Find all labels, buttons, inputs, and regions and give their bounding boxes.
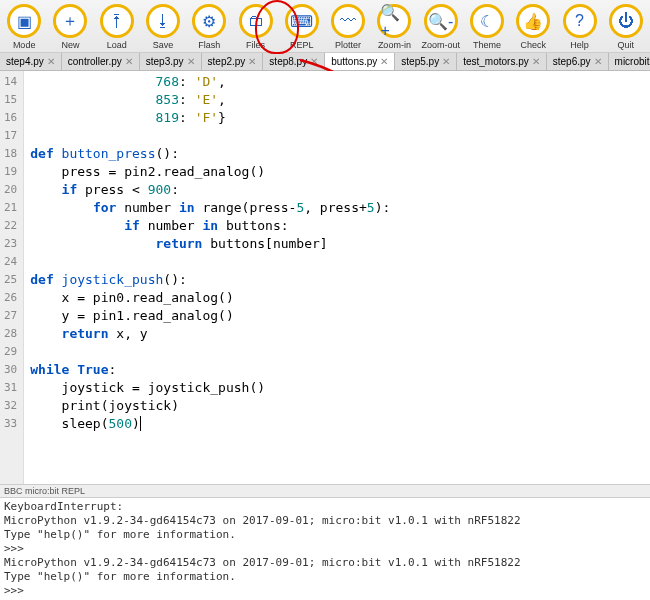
code-line-24[interactable] [30,253,390,271]
flash-icon: ⚙ [192,4,226,38]
tab-buttonspy[interactable]: buttons.py✕ [325,53,395,70]
close-icon[interactable]: ✕ [125,56,133,67]
code-line-28[interactable]: return x, y [30,325,390,343]
load-icon: ⭱ [100,4,134,38]
check-button[interactable]: 👍Check [511,4,555,50]
code-line-23[interactable]: return buttons[number] [30,235,390,253]
zoom-in-icon: 🔍+ [377,4,411,38]
save-icon: ⭳ [146,4,180,38]
files-label: Files [246,40,265,50]
code-line-20[interactable]: if press < 900: [30,181,390,199]
load-button[interactable]: ⭱Load [95,4,139,50]
zoom-out-icon: 🔍- [424,4,458,38]
tab-step3py[interactable]: step3.py✕ [140,53,202,70]
theme-icon: ☾ [470,4,504,38]
mode-label: Mode [13,40,36,50]
code-line-26[interactable]: x = pin0.read_analog() [30,289,390,307]
quit-label: Quit [618,40,635,50]
close-icon[interactable]: ✕ [532,56,540,67]
code-line-25[interactable]: def joystick_push(): [30,271,390,289]
tab-step5py[interactable]: step5.py✕ [395,53,457,70]
plotter-icon: 〰 [331,4,365,38]
tab-controllerpy[interactable]: controller.py✕ [62,53,140,70]
close-icon[interactable]: ✕ [380,56,388,67]
code-line-31[interactable]: joystick = joystick_push() [30,379,390,397]
repl-label: REPL [290,40,314,50]
check-icon: 👍 [516,4,550,38]
plotter-label: Plotter [335,40,361,50]
tab-test_motorspy[interactable]: test_motors.py✕ [457,53,547,70]
flash-button[interactable]: ⚙Flash [187,4,231,50]
tab-step2py[interactable]: step2.py✕ [202,53,264,70]
new-label: New [61,40,79,50]
code-line-18[interactable]: def button_press(): [30,145,390,163]
code-line-32[interactable]: print(joystick) [30,397,390,415]
files-button[interactable]: 🗀Files [233,4,277,50]
code-line-17[interactable] [30,127,390,145]
new-button[interactable]: ＋New [48,4,92,50]
zoom-out-button[interactable]: 🔍-Zoom-out [419,4,463,50]
tab-step4py[interactable]: step4.py✕ [0,53,62,70]
code-line-15[interactable]: 853: 'E', [30,91,390,109]
quit-button[interactable]: ⏻Quit [604,4,648,50]
repl-icon: ⌨ [285,4,319,38]
close-icon[interactable]: ✕ [594,56,602,67]
code-line-30[interactable]: while True: [30,361,390,379]
close-icon[interactable]: ✕ [442,56,450,67]
plotter-button[interactable]: 〰Plotter [326,4,370,50]
close-icon[interactable]: ✕ [248,56,256,67]
files-icon: 🗀 [239,4,273,38]
code-line-19[interactable]: press = pin2.read_analog() [30,163,390,181]
theme-label: Theme [473,40,501,50]
help-button[interactable]: ?Help [557,4,601,50]
tab-step8py[interactable]: step8.py✕ [263,53,325,70]
code-line-21[interactable]: for number in range(press-5, press+5): [30,199,390,217]
mode-button[interactable]: ▣Mode [2,4,46,50]
code-line-29[interactable] [30,343,390,361]
theme-button[interactable]: ☾Theme [465,4,509,50]
mode-icon: ▣ [7,4,41,38]
code-area[interactable]: 768: 'D', 853: 'E', 819: 'F'}def button_… [24,71,396,484]
code-line-14[interactable]: 768: 'D', [30,73,390,91]
save-button[interactable]: ⭳Save [141,4,185,50]
new-icon: ＋ [53,4,87,38]
save-label: Save [153,40,174,50]
code-line-33[interactable]: sleep(500) [30,415,390,433]
quit-icon: ⏻ [609,4,643,38]
repl-output[interactable]: KeyboardInterrupt: MicroPython v1.9.2-34… [0,497,650,600]
close-icon[interactable]: ✕ [47,56,55,67]
repl-header: BBC micro:bit REPL [0,484,650,497]
zoom-out-label: Zoom-out [421,40,460,50]
check-label: Check [520,40,546,50]
code-editor[interactable]: 1415161718192021222324252627282930313233… [0,71,650,484]
tab-step6py[interactable]: step6.py✕ [547,53,609,70]
repl-button[interactable]: ⌨REPL [280,4,324,50]
code-line-16[interactable]: 819: 'F'} [30,109,390,127]
line-gutter: 1415161718192021222324252627282930313233 [0,71,24,484]
help-icon: ? [563,4,597,38]
code-line-22[interactable]: if number in buttons: [30,217,390,235]
toolbar: ▣Mode＋New⭱Load⭳Save⚙Flash🗀Files⌨REPL〰Plo… [0,0,650,53]
flash-label: Flash [198,40,220,50]
tab-bar: step4.py✕controller.py✕step3.py✕step2.py… [0,53,650,71]
zoom-in-button[interactable]: 🔍+Zoom-in [372,4,416,50]
zoom-in-label: Zoom-in [378,40,411,50]
load-label: Load [107,40,127,50]
close-icon[interactable]: ✕ [187,56,195,67]
help-label: Help [570,40,589,50]
close-icon[interactable]: ✕ [310,56,318,67]
tab-microbitepy[interactable]: microbite.py✕ [609,53,650,70]
code-line-27[interactable]: y = pin1.read_analog() [30,307,390,325]
